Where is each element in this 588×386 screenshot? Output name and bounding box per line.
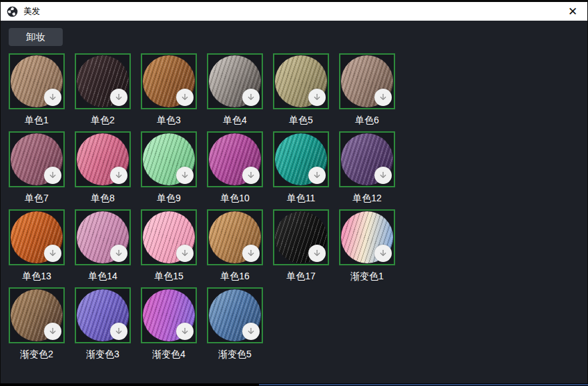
download-icon[interactable] — [242, 323, 260, 340]
hair-swatch[interactable] — [273, 131, 329, 187]
swatch-cell: 单色13 — [9, 209, 65, 283]
swatch-label: 单色7 — [25, 192, 49, 205]
swatch-label: 单色16 — [220, 270, 250, 283]
swatch-label: 单色3 — [157, 114, 181, 127]
swatch-cell: 单色15 — [141, 209, 197, 283]
swatch-cell: 渐变色4 — [141, 287, 197, 361]
swatch-label: 单色2 — [91, 114, 115, 127]
hair-swatch[interactable] — [75, 53, 131, 109]
swatch-cell: 单色1 — [9, 53, 65, 127]
swatch-label: 单色5 — [289, 114, 313, 127]
download-icon[interactable] — [374, 245, 392, 262]
download-icon[interactable] — [242, 167, 260, 184]
hair-swatch[interactable] — [207, 131, 263, 187]
download-icon[interactable] — [110, 245, 127, 262]
swatch-label: 渐变色4 — [152, 348, 186, 361]
hair-swatch[interactable] — [141, 131, 197, 187]
titlebar: 美发 ✕ — [0, 2, 588, 21]
swatch-label: 单色17 — [286, 270, 316, 283]
swatch-label: 单色14 — [88, 270, 117, 283]
download-icon[interactable] — [44, 245, 61, 262]
swatch-cell: 单色16 — [207, 209, 263, 283]
hair-swatch[interactable] — [141, 287, 197, 343]
hair-swatch[interactable] — [339, 131, 395, 187]
hair-swatch[interactable] — [339, 209, 395, 265]
swatch-label: 渐变色2 — [20, 348, 53, 361]
swatch-label: 单色11 — [287, 192, 316, 205]
hair-swatch[interactable] — [273, 209, 329, 265]
download-icon[interactable] — [110, 89, 127, 106]
download-icon[interactable] — [176, 245, 194, 262]
download-icon[interactable] — [308, 167, 326, 184]
swatch-cell: 单色5 — [273, 53, 329, 127]
hair-swatch[interactable] — [339, 53, 395, 109]
hair-swatch[interactable] — [9, 131, 65, 187]
swatch-label: 单色6 — [355, 114, 379, 127]
download-icon[interactable] — [176, 89, 194, 106]
download-icon[interactable] — [242, 89, 260, 106]
swatch-label: 单色13 — [22, 270, 51, 283]
download-icon[interactable] — [374, 89, 392, 106]
swatch-grid: 单色1 单色2 单色3 — [9, 53, 579, 361]
swatch-label: 单色8 — [91, 192, 115, 205]
hair-swatch[interactable] — [273, 53, 329, 109]
swatch-cell: 渐变色2 — [9, 287, 65, 361]
hair-swatch[interactable] — [9, 287, 65, 343]
swatch-cell: 单色2 — [75, 53, 131, 127]
background-window-bottom-edge — [0, 383, 588, 386]
download-icon[interactable] — [44, 323, 61, 340]
swatch-cell: 渐变色5 — [207, 287, 263, 361]
swatch-label: 单色9 — [157, 192, 181, 205]
obs-logo-icon — [7, 6, 18, 17]
remove-makeup-button[interactable]: 卸妆 — [9, 28, 63, 46]
close-icon: ✕ — [568, 5, 577, 19]
swatch-label: 单色10 — [220, 192, 250, 205]
hair-swatch[interactable] — [75, 209, 131, 265]
swatch-label: 渐变色5 — [218, 348, 252, 361]
close-button[interactable]: ✕ — [558, 2, 587, 21]
swatch-cell: 单色4 — [207, 53, 263, 127]
swatch-cell: 渐变色1 — [339, 209, 395, 283]
swatch-label: 单色1 — [25, 114, 49, 127]
download-icon[interactable] — [308, 89, 326, 106]
download-icon[interactable] — [44, 89, 61, 106]
swatch-cell: 单色9 — [141, 131, 197, 205]
download-icon[interactable] — [374, 167, 392, 184]
background-window-accent-line — [259, 384, 588, 385]
hair-dialog-window: 美发 ✕ 卸妆 单色1 单色2 — [0, 0, 588, 386]
hair-swatch[interactable] — [9, 53, 65, 109]
swatch-label: 单色4 — [223, 114, 247, 127]
download-icon[interactable] — [176, 167, 194, 184]
dialog-body: 卸妆 单色1 单色2 — [0, 21, 588, 383]
swatch-label: 渐变色1 — [350, 270, 384, 283]
swatch-label: 单色15 — [154, 270, 184, 283]
swatch-label: 单色12 — [352, 192, 382, 205]
swatch-cell: 单色3 — [141, 53, 197, 127]
download-icon[interactable] — [242, 245, 260, 262]
swatch-cell: 单色10 — [207, 131, 263, 205]
swatch-cell: 单色6 — [339, 53, 395, 127]
swatch-cell: 单色11 — [273, 131, 329, 205]
swatch-label: 渐变色3 — [86, 348, 119, 361]
download-icon[interactable] — [176, 323, 194, 340]
swatch-cell: 单色12 — [339, 131, 395, 205]
swatch-cell: 渐变色3 — [75, 287, 131, 361]
hair-swatch[interactable] — [141, 53, 197, 109]
window-title: 美发 — [23, 6, 558, 17]
hair-swatch[interactable] — [141, 209, 197, 265]
swatch-cell: 单色7 — [9, 131, 65, 205]
download-icon[interactable] — [308, 245, 326, 262]
swatch-cell: 单色17 — [273, 209, 329, 283]
hair-swatch[interactable] — [75, 287, 131, 343]
hair-swatch[interactable] — [207, 53, 263, 109]
hair-swatch[interactable] — [207, 209, 263, 265]
hair-swatch[interactable] — [207, 287, 263, 343]
swatch-cell: 单色14 — [75, 209, 131, 283]
download-icon[interactable] — [110, 323, 127, 340]
download-icon[interactable] — [110, 167, 127, 184]
hair-swatch[interactable] — [9, 209, 65, 265]
download-icon[interactable] — [44, 167, 61, 184]
hair-swatch[interactable] — [75, 131, 131, 187]
swatch-cell: 单色8 — [75, 131, 131, 205]
